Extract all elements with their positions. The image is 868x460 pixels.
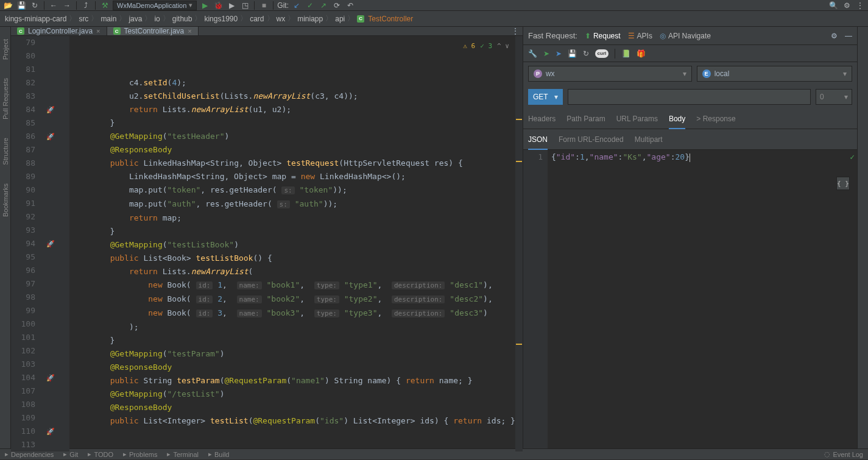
format-json-button[interactable]: { } [836,177,850,190]
param-tab---response[interactable]: > Response [696,112,735,129]
run-configuration[interactable]: WxMaDemoApplication ▾ [113,1,197,10]
warning-indicator[interactable]: ⚠ 6 [463,40,475,53]
main-toolbar: 📂 💾 ↻ ← → ⤴ ⚒ WxMaDemoApplication ▾ ▶ 🐞 … [0,0,868,11]
tab-TestController.java[interactable]: CTestController.java× [107,27,199,35]
json-valid-icon: ✓ [850,152,855,161]
navigate-icon[interactable]: ⤴ [80,0,91,11]
fr-toolbar: 🔧 ➤ ➤ 💾 ↻ curl 📗 🎁 [523,45,857,62]
error-stripe[interactable] [515,36,523,451]
fr-hide-icon[interactable]: — [845,32,852,40]
wrench-icon[interactable]: 🔧 [528,49,537,58]
breadcrumb-src[interactable]: src [79,15,88,23]
method-label: GET [533,93,548,101]
json-line-no: 1 [523,152,543,161]
breadcrumb-wx[interactable]: wx [277,15,286,23]
param-tab-url-params[interactable]: URL Params [616,112,658,129]
gutter-icons: 🚀🚀🚀🚀🚀 [40,36,61,451]
git-update-icon[interactable]: ↙ [291,0,302,11]
left-tool-rail: ProjectPull RequestsStructureBookmarks [0,27,11,448]
param-tabs: HeadersPath ParamURL ParamsBody> Respons… [523,108,857,129]
json-content[interactable]: {"id":1,"name":"Ks","age":20} [548,150,857,448]
sync-icon[interactable]: ↻ [29,0,40,11]
breadcrumb-kings1990[interactable]: kings1990 [204,15,238,23]
close-tab-icon[interactable]: × [96,27,100,35]
method-select[interactable]: GET ▾ [528,89,563,105]
doc-icon[interactable]: 📗 [621,49,630,58]
breadcrumb: kings-miniapp-card〉src〉main〉java〉io〉gith… [0,11,868,27]
forward-icon[interactable]: → [62,0,72,11]
send-download-icon[interactable]: ➤ [556,49,562,58]
save-req-icon[interactable]: 💾 [568,49,577,58]
inspection-indicators[interactable]: ⚠ 6 ✓ 3 ^ ∨ [463,40,509,53]
breadcrumb-github[interactable]: github [172,15,192,23]
send-icon[interactable]: ➤ [543,49,549,58]
env-select[interactable]: E local ▾ [697,66,852,82]
line-gutter: 7980818283848586878889909192939495969798… [11,36,40,451]
editor-tabs: CLoginController.java×CTestController.ja… [11,27,523,36]
back-icon[interactable]: ← [48,0,59,11]
more-icon[interactable]: ⋮ [855,0,866,11]
tabs-more-icon[interactable]: ⋮ [512,27,519,35]
breadcrumb-kings-miniapp-card[interactable]: kings-miniapp-card [5,15,66,23]
rail-bookmarks[interactable]: Bookmarks [2,183,9,217]
right-tool-rail [857,27,868,448]
sub-tab-form-url-encoded[interactable]: Form URL-Encoded [559,133,624,149]
debug-icon[interactable]: 🐞 [213,0,224,11]
settings-icon[interactable]: ⚙ [841,0,852,11]
body-sub-tabs: JSONForm URL-EncodedMultipart [523,129,857,150]
ok-indicator[interactable]: ✓ 3 [480,40,492,53]
breadcrumb-java[interactable]: java [129,15,142,23]
breadcrumb-miniapp[interactable]: miniapp [297,15,323,23]
fr-settings-icon[interactable]: ⚙ [831,32,838,40]
fr-tab-apis[interactable]: ☰APIs [628,32,652,40]
breadcrumb-card[interactable]: card [250,15,264,23]
event-log[interactable]: ◌ Event Log [824,450,863,458]
breadcrumb-main[interactable]: main [101,15,116,23]
fold-gutter [61,36,69,451]
run-icon[interactable]: ▶ [199,0,210,11]
env-label: local [715,69,730,78]
fast-request-title: Fast Request: [528,31,577,40]
save-icon[interactable]: 💾 [16,0,27,11]
git-label: Git: [277,1,289,10]
fr-tab-navigate[interactable]: ◎API Navigate [660,32,711,40]
coverage-icon[interactable]: ▶ [226,0,237,11]
code-content[interactable]: ⚠ 6 ✓ 3 ^ ∨ c4.setId(4); u2.setChildUser… [69,36,515,451]
url-input[interactable] [568,89,811,105]
gift-icon[interactable]: 🎁 [637,49,646,58]
project-label: wx [546,69,555,78]
rail-pull-requests[interactable]: Pull Requests [2,78,9,119]
param-tab-path-param[interactable]: Path Param [566,112,605,129]
json-editor[interactable]: 1 {"id":1,"name":"Ks","age":20} ✓ { } [523,150,857,448]
git-push-icon[interactable]: ↗ [318,0,329,11]
breadcrumb-TestController[interactable]: TestController [368,15,413,23]
project-select[interactable]: P wx ▾ [528,66,692,82]
git-commit-icon[interactable]: ✓ [305,0,316,11]
param-tab-headers[interactable]: Headers [528,112,556,129]
code-editor[interactable]: 7980818283848586878889909192939495969798… [11,36,523,451]
sub-tab-multipart[interactable]: Multipart [635,133,663,149]
git-history-icon[interactable]: ⟳ [331,0,342,11]
rail-structure[interactable]: Structure [2,138,9,165]
redo-icon[interactable]: ↻ [583,49,589,58]
git-revert-icon[interactable]: ↶ [345,0,356,11]
curl-icon[interactable]: curl [595,49,609,58]
tab-LoginController.java[interactable]: CLoginController.java× [11,27,107,35]
stop-icon[interactable]: ■ [258,0,269,11]
count-box[interactable]: 0▾ [816,89,852,105]
param-tab-body[interactable]: Body [669,112,685,129]
fr-tab-request[interactable]: ⬆Request [585,32,621,40]
fast-request-panel: Fast Request: ⬆Request ☰APIs ◎API Naviga… [523,27,857,448]
profile-icon[interactable]: ◳ [239,0,250,11]
hammer-icon[interactable]: ⚒ [99,0,110,11]
breadcrumb-io[interactable]: io [154,15,160,23]
breadcrumb-api[interactable]: api [335,15,345,23]
rail-project[interactable]: Project [2,39,9,60]
search-icon[interactable]: 🔍 [828,0,839,11]
run-config-label: WxMaDemoApplication [117,2,186,9]
open-icon[interactable]: 📂 [2,0,13,11]
sub-tab-json[interactable]: JSON [528,133,548,150]
close-tab-icon[interactable]: × [188,27,191,35]
